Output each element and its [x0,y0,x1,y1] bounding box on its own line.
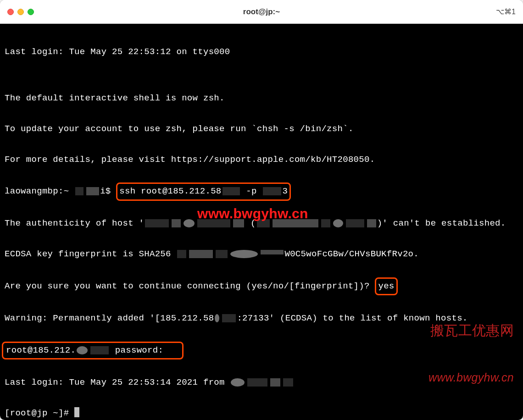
close-button[interactable] [7,9,14,15]
terminal-line: Are you sure you want to continue connec… [5,277,518,295]
minimize-button[interactable] [17,9,24,15]
censored-block [176,250,284,258]
ssh-cmd: ssh root@185.212.58 [119,186,221,196]
terminal-window: root@jp:~ ⌥⌘1 Last login: Tue May 25 22:… [0,0,523,420]
terminal-line: Last login: Tue May 25 22:53:14 2021 fro… [5,375,518,390]
ssh-command-highlight: ssh root@185.212.58 -p 3 [116,182,291,200]
window-title: root@jp:~ [243,7,280,17]
terminal-line: For more details, please visit https://s… [5,152,518,167]
terminal-line: root@185.212. password: [5,342,518,359]
censored-block [214,314,237,322]
ecdsa-text: ECDSA key fingerprint is SHA256 [5,249,171,259]
censored-block [256,219,377,227]
ssh-cmd-port: 3 [282,186,288,196]
remote-prompt: [root@jp ~]# [5,408,74,418]
terminal-line: Last login: Tue May 25 22:53:12 on ttys0… [5,44,518,60]
warn-text: Warning: Permanently added '[185.212.58 [5,313,214,323]
terminal-line: Warning: Permanently added '[185.212.58:… [5,311,518,326]
censored-block [223,187,240,195]
censored-block [263,187,281,195]
auth-text: ( [250,218,256,228]
yes-answer-highlight: yes [375,277,397,295]
auth-text: The authenticity of host ' [5,218,144,228]
censored-block [230,378,294,387]
window-shortcut: ⌥⌘1 [496,7,516,16]
censored-block [74,187,100,195]
local-prompt: laowangmbp:~ [5,186,74,196]
terminal-content[interactable]: Last login: Tue May 25 22:53:12 on ttys0… [0,24,523,420]
traffic-lights [7,9,34,15]
terminal-line: [root@jp ~]# [5,406,518,420]
censored-block [144,219,245,227]
password-prompt-highlight: root@185.212. password: [2,342,184,359]
terminal-line: laowangmbp:~ i$ ssh root@185.212.58 -p 3 [5,182,518,200]
terminal-line: The authenticity of host ' ()' can't be … [5,216,518,231]
pass-prompt: password: [110,345,163,355]
terminal-line: The default interactive shell is now zsh… [5,91,518,106]
ssh-cmd-p: -p [241,186,262,196]
auth-text: )' can't be established. [377,218,506,228]
last-login: Last login: Tue May 25 22:53:14 2021 fro… [5,377,230,387]
pass-prompt: root@185.212. [6,345,76,355]
ecdsa-text: W0C5woFcGBw/CHVsBUKfRv2o. [284,249,419,259]
confirm-answer: yes [378,281,394,291]
terminal-line: ECDSA key fingerprint is SHA256 W0C5woFc… [5,247,518,262]
window-titlebar: root@jp:~ ⌥⌘1 [0,0,523,24]
censored-block [76,346,110,354]
cursor [74,407,79,417]
terminal-line: To update your account to use zsh, pleas… [5,122,518,137]
maximize-button[interactable] [28,9,34,15]
confirm-prompt: Are you sure you want to continue connec… [5,281,375,291]
warn-text: :27133' (ECDSA) to the list of known hos… [237,313,467,323]
prompt-suffix: i$ [100,186,116,196]
